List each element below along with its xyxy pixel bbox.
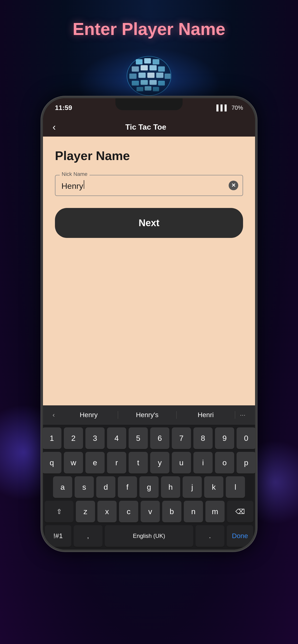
asdf-row: a s d f g h j k l (45, 476, 253, 498)
svg-rect-9 (129, 74, 136, 79)
back-button[interactable]: ‹ (53, 122, 56, 132)
nav-bar: ‹ Tic Tac Toe (43, 118, 255, 136)
key-7[interactable]: 7 (172, 428, 191, 449)
signal-icon: ▌▌▌ (216, 104, 229, 111)
number-row: 1 2 3 4 5 6 7 8 9 0 (45, 428, 253, 449)
key-p[interactable]: p (237, 452, 256, 474)
svg-rect-15 (140, 80, 148, 85)
key-l[interactable]: l (226, 476, 245, 498)
done-key[interactable]: Done (227, 525, 253, 547)
suggestion-more-button[interactable]: ··· (235, 411, 250, 419)
disco-ball-decoration (77, 44, 221, 104)
key-f[interactable]: f (118, 476, 137, 498)
key-o[interactable]: o (215, 452, 234, 474)
svg-rect-2 (136, 59, 142, 64)
key-d[interactable]: d (96, 476, 115, 498)
key-u[interactable]: u (172, 452, 191, 474)
svg-rect-5 (132, 66, 139, 72)
comma-key[interactable]: , (74, 525, 102, 547)
status-bar: 11:59 ▌▌▌ 70% (43, 98, 255, 118)
nav-title: Tic Tac Toe (60, 123, 231, 132)
key-6[interactable]: 6 (150, 428, 169, 449)
key-h[interactable]: h (161, 476, 180, 498)
key-q[interactable]: q (42, 452, 61, 474)
key-b[interactable]: b (162, 501, 181, 522)
key-2[interactable]: 2 (64, 428, 83, 449)
keyboard: ‹ Henry Henry's Henri ··· 1 2 3 4 5 6 7 … (43, 406, 255, 550)
player-name-heading: Player Name (55, 148, 243, 163)
notch (115, 98, 183, 110)
key-4[interactable]: 4 (107, 428, 126, 449)
suggestion-arrow-left[interactable]: ‹ (48, 411, 60, 419)
key-8[interactable]: 8 (193, 428, 213, 449)
svg-rect-16 (150, 80, 157, 85)
key-z[interactable]: z (76, 501, 95, 522)
key-n[interactable]: n (184, 501, 203, 522)
svg-rect-13 (165, 74, 171, 79)
content-area: Player Name Nick Name Henry ✕ Next (43, 136, 255, 406)
svg-rect-18 (136, 87, 143, 91)
suggestion-henri[interactable]: Henri (177, 411, 235, 419)
svg-rect-6 (140, 65, 148, 70)
nick-name-field-container[interactable]: Nick Name Henry ✕ (55, 175, 243, 196)
key-5[interactable]: 5 (129, 428, 148, 449)
key-c[interactable]: c (119, 501, 138, 522)
svg-rect-4 (153, 59, 159, 64)
nick-name-input[interactable]: Henry (55, 175, 243, 196)
svg-rect-7 (150, 65, 157, 70)
key-1[interactable]: 1 (42, 428, 61, 449)
svg-rect-17 (158, 81, 165, 86)
svg-rect-20 (153, 87, 159, 91)
page-title: Enter Player Name (73, 19, 225, 39)
spacebar-key[interactable]: English (UK) (105, 525, 193, 547)
key-k[interactable]: k (204, 476, 223, 498)
key-9[interactable]: 9 (215, 428, 234, 449)
svg-rect-14 (132, 81, 139, 86)
text-cursor (84, 180, 84, 189)
key-0[interactable]: 0 (237, 428, 256, 449)
key-y[interactable]: y (150, 452, 169, 474)
qwerty-row: q w e r t y u i o p (45, 452, 253, 474)
clear-input-button[interactable]: ✕ (229, 181, 238, 190)
svg-rect-10 (138, 72, 146, 78)
key-e[interactable]: e (85, 452, 105, 474)
svg-rect-3 (144, 58, 151, 64)
svg-rect-19 (145, 86, 152, 90)
keyboard-rows: 1 2 3 4 5 6 7 8 9 0 q w e r t (43, 424, 255, 550)
phone-frame: 11:59 ▌▌▌ 70% ‹ Tic Tac Toe Player Name … (41, 96, 257, 552)
backspace-key[interactable]: ⌫ (227, 501, 253, 522)
bottom-row: !#1 , English (UK) . Done (45, 525, 253, 547)
key-w[interactable]: w (64, 452, 83, 474)
next-button[interactable]: Next (55, 208, 243, 238)
key-r[interactable]: r (107, 452, 126, 474)
svg-rect-11 (147, 72, 155, 78)
svg-rect-12 (156, 72, 163, 78)
period-key[interactable]: . (196, 525, 224, 547)
shift-key[interactable]: ⇧ (45, 501, 73, 522)
symbol-key[interactable]: !#1 (45, 525, 71, 547)
key-i[interactable]: i (193, 452, 213, 474)
battery-icon: 70% (232, 104, 243, 111)
status-icons: ▌▌▌ 70% (216, 104, 243, 111)
suggestions-bar: ‹ Henry Henry's Henri ··· (43, 406, 255, 424)
key-3[interactable]: 3 (85, 428, 105, 449)
status-time: 11:59 (55, 104, 72, 112)
nick-name-value: Henry (61, 180, 223, 191)
suggestion-henrys[interactable]: Henry's (118, 411, 177, 419)
suggestion-henry[interactable]: Henry (60, 411, 118, 419)
zxcv-row: ⇧ z x c v b n m ⌫ (45, 501, 253, 522)
key-s[interactable]: s (75, 476, 94, 498)
key-v[interactable]: v (140, 501, 160, 522)
key-m[interactable]: m (205, 501, 225, 522)
key-t[interactable]: t (129, 452, 148, 474)
key-j[interactable]: j (183, 476, 202, 498)
nick-name-label: Nick Name (60, 171, 89, 177)
key-a[interactable]: a (53, 476, 72, 498)
key-x[interactable]: x (97, 501, 117, 522)
key-g[interactable]: g (139, 476, 159, 498)
svg-rect-8 (158, 66, 165, 72)
